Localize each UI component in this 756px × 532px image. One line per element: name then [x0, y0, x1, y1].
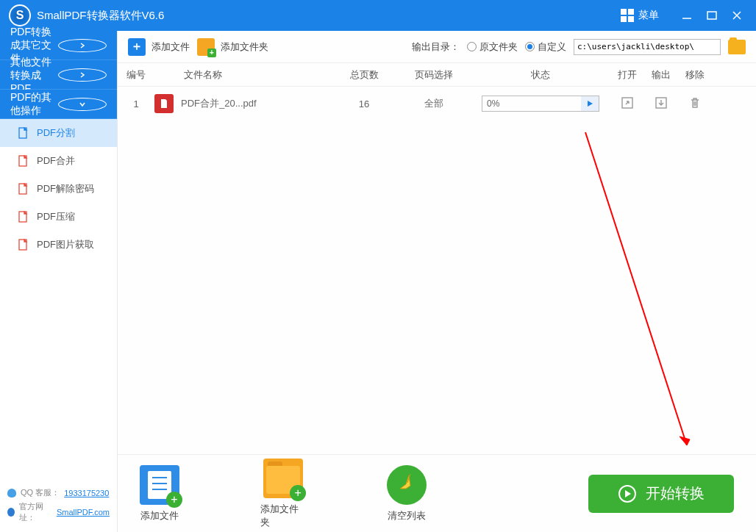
- bottom-add-file[interactable]: + 添加文件: [140, 465, 179, 522]
- file-table: 编号 文件名称 总页数 页码选择 状态 打开 输出 移除 1 PDF合并_20.…: [118, 63, 756, 454]
- chevron-right-icon: [58, 39, 107, 52]
- cell-pages: 16: [331, 98, 397, 109]
- chevron-down-icon: [58, 98, 107, 111]
- broom-icon: [387, 465, 427, 505]
- radio-selected-icon: [525, 42, 535, 51]
- qq-link[interactable]: 1933175230: [64, 489, 109, 497]
- radio-custom-label: 自定义: [538, 40, 566, 54]
- app-logo: S: [9, 4, 31, 26]
- sidebar-section-label: PDF的其他操作: [10, 91, 58, 118]
- toolbar-add-file[interactable]: ＋ 添加文件: [128, 38, 190, 56]
- play-icon: [581, 96, 599, 111]
- bottom-clear-list[interactable]: 清空列表: [387, 465, 427, 522]
- sidebar-item-label: PDF分割: [37, 126, 75, 140]
- bottom-bar: + 添加文件 + 添加文件夹 清空列表 开始转换: [118, 454, 756, 532]
- cell-idx: 1: [118, 98, 154, 109]
- table-header: 编号 文件名称 总页数 页码选择 状态 打开 输出 移除: [118, 63, 756, 87]
- sidebar-item-pdf-split[interactable]: PDF分割: [0, 119, 117, 147]
- sidebar-footer: QQ 客服： 1933175230 官方网址： SmallPDF.com: [0, 481, 117, 532]
- output-button[interactable]: [655, 96, 668, 109]
- sidebar: PDF转换成其它文件 其他文件转换成PDF PDF的其他操作 PDF分割 PDF…: [0, 31, 118, 532]
- sidebar-section-label: 其他文件转换成PDF: [10, 56, 58, 94]
- sidebar-item-label: PDF压缩: [37, 210, 75, 223]
- menu-button[interactable]: 菜单: [621, 9, 659, 22]
- toolbar-add-folder-label: 添加文件夹: [221, 40, 268, 54]
- bottom-clear-label: 清空列表: [388, 509, 426, 522]
- sidebar-item-pdf-images[interactable]: PDF图片获取: [0, 231, 117, 259]
- sidebar-item-label: PDF图片获取: [37, 238, 94, 251]
- sidebar-section-other-to-pdf[interactable]: 其他文件转换成PDF: [0, 60, 117, 90]
- sidebar-item-label: PDF合并: [37, 154, 75, 168]
- main-panel: ＋ 添加文件 + 添加文件夹 输出目录： 原文件夹 自定义 编号: [118, 31, 756, 532]
- add-folder-icon: +: [197, 38, 215, 56]
- svg-marker-9: [680, 436, 690, 445]
- add-folder-big-icon: +: [263, 459, 303, 498]
- sidebar-section-pdf-other-ops[interactable]: PDF的其他操作: [0, 90, 117, 119]
- output-label: 输出目录：: [412, 40, 460, 54]
- header-del: 移除: [678, 68, 712, 82]
- site-prefix: 官方网址：: [19, 501, 52, 523]
- add-file-big-icon: +: [140, 465, 179, 505]
- progress-text: 0%: [482, 98, 581, 109]
- toolbar-add-file-label: 添加文件: [151, 40, 190, 54]
- toolbar-add-folder[interactable]: + 添加文件夹: [197, 38, 268, 56]
- cell-page-select[interactable]: 全部: [397, 97, 471, 110]
- progress-bar[interactable]: 0%: [482, 96, 599, 112]
- menu-grid-icon: [621, 9, 634, 22]
- header-name: 文件名称: [154, 68, 331, 82]
- maximize-button[interactable]: [702, 5, 722, 26]
- table-row[interactable]: 1 PDF合并_20...pdf 16 全部 0%: [118, 87, 756, 121]
- close-button[interactable]: [727, 5, 747, 26]
- bottom-add-folder-label: 添加文件夹: [260, 503, 306, 529]
- header-idx: 编号: [118, 68, 154, 82]
- chevron-right-icon: [58, 68, 107, 82]
- app-title: SmallPDF转换器软件V6.6: [37, 9, 621, 23]
- sidebar-item-pdf-compress[interactable]: PDF压缩: [0, 203, 117, 231]
- sidebar-item-pdf-unlock[interactable]: PDF解除密码: [0, 175, 117, 203]
- cell-filename: PDF合并_20...pdf: [181, 97, 257, 110]
- menu-label: 菜单: [638, 9, 659, 22]
- annotation-arrow: [578, 125, 710, 454]
- site-link[interactable]: SmallPDF.com: [57, 508, 110, 517]
- header-open: 打开: [610, 68, 644, 82]
- output-path-input[interactable]: [574, 39, 721, 55]
- pdf-file-icon: [154, 94, 174, 113]
- start-convert-button[interactable]: 开始转换: [588, 475, 734, 513]
- toolbar: ＋ 添加文件 + 添加文件夹 输出目录： 原文件夹 自定义: [118, 31, 756, 63]
- radio-custom-folder[interactable]: 自定义: [525, 40, 566, 54]
- radio-source-folder[interactable]: 原文件夹: [467, 40, 518, 54]
- header-sel: 页码选择: [397, 68, 471, 82]
- browser-icon: [7, 508, 15, 517]
- start-convert-label: 开始转换: [646, 484, 705, 503]
- qq-icon: [7, 489, 16, 497]
- header-out: 输出: [644, 68, 678, 82]
- delete-button[interactable]: [688, 96, 702, 109]
- radio-icon: [467, 42, 477, 51]
- header-pages: 总页数: [331, 68, 397, 82]
- bottom-add-folder[interactable]: + 添加文件夹: [260, 459, 306, 529]
- minimize-button[interactable]: [677, 5, 697, 26]
- open-button[interactable]: [621, 96, 634, 109]
- qq-prefix: QQ 客服：: [21, 487, 60, 498]
- radio-source-label: 原文件夹: [479, 40, 518, 54]
- svg-rect-0: [707, 12, 716, 19]
- add-file-icon: ＋: [128, 38, 146, 56]
- bottom-add-file-label: 添加文件: [140, 509, 179, 522]
- header-status: 状态: [471, 68, 610, 82]
- svg-line-8: [585, 132, 687, 445]
- titlebar: S SmallPDF转换器软件V6.6 菜单: [0, 0, 756, 31]
- browse-folder-button[interactable]: [728, 40, 746, 54]
- sidebar-item-label: PDF解除密码: [37, 182, 94, 195]
- sidebar-item-pdf-merge[interactable]: PDF合并: [0, 147, 117, 175]
